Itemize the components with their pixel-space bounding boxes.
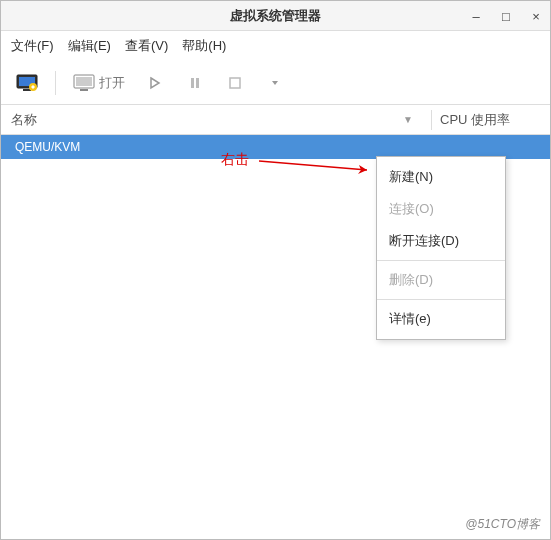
maximize-button[interactable]: □	[498, 9, 514, 24]
ctx-disconnect[interactable]: 断开连接(D)	[377, 225, 505, 257]
watermark: @51CTO博客	[465, 516, 540, 533]
menu-help[interactable]: 帮助(H)	[182, 37, 226, 55]
minimize-button[interactable]: –	[468, 9, 484, 24]
run-button[interactable]	[138, 68, 172, 98]
svg-rect-6	[80, 89, 88, 91]
ctx-new[interactable]: 新建(N)	[377, 161, 505, 193]
window-controls: – □ ×	[468, 1, 544, 31]
ctx-separator	[377, 260, 505, 261]
menu-file[interactable]: 文件(F)	[11, 37, 54, 55]
svg-rect-8	[196, 78, 199, 88]
window-title: 虚拟系统管理器	[230, 7, 321, 25]
ctx-details[interactable]: 详情(e)	[377, 303, 505, 335]
toolbar: 打开	[1, 61, 550, 105]
toolbar-separator	[55, 71, 56, 95]
menubar: 文件(F) 编辑(E) 查看(V) 帮助(H)	[1, 31, 550, 61]
ctx-delete: 删除(D)	[377, 264, 505, 296]
column-name-header[interactable]: 名称 ▼	[11, 111, 423, 129]
context-menu: 新建(N) 连接(O) 断开连接(D) 删除(D) 详情(e)	[376, 156, 506, 340]
pause-button[interactable]	[178, 68, 212, 98]
open-label: 打开	[99, 74, 125, 92]
dropdown-button[interactable]	[258, 68, 292, 98]
new-vm-button[interactable]	[9, 68, 45, 98]
sort-indicator-icon: ▼	[403, 114, 413, 125]
ctx-connect: 连接(O)	[377, 193, 505, 225]
shutdown-button[interactable]	[218, 68, 252, 98]
column-cpu-label: CPU 使用率	[440, 112, 510, 127]
open-button[interactable]: 打开	[66, 68, 132, 98]
ctx-separator	[377, 299, 505, 300]
svg-rect-7	[191, 78, 194, 88]
svg-rect-9	[230, 78, 240, 88]
titlebar: 虚拟系统管理器 – □ ×	[1, 1, 550, 31]
column-divider	[431, 110, 432, 130]
menu-view[interactable]: 查看(V)	[125, 37, 168, 55]
column-headers: 名称 ▼ CPU 使用率	[1, 105, 550, 135]
svg-rect-5	[76, 77, 92, 86]
column-cpu-header[interactable]: CPU 使用率	[440, 111, 540, 129]
column-name-label: 名称	[11, 111, 37, 129]
menu-edit[interactable]: 编辑(E)	[68, 37, 111, 55]
close-button[interactable]: ×	[528, 9, 544, 24]
connection-name: QEMU/KVM	[15, 140, 80, 154]
